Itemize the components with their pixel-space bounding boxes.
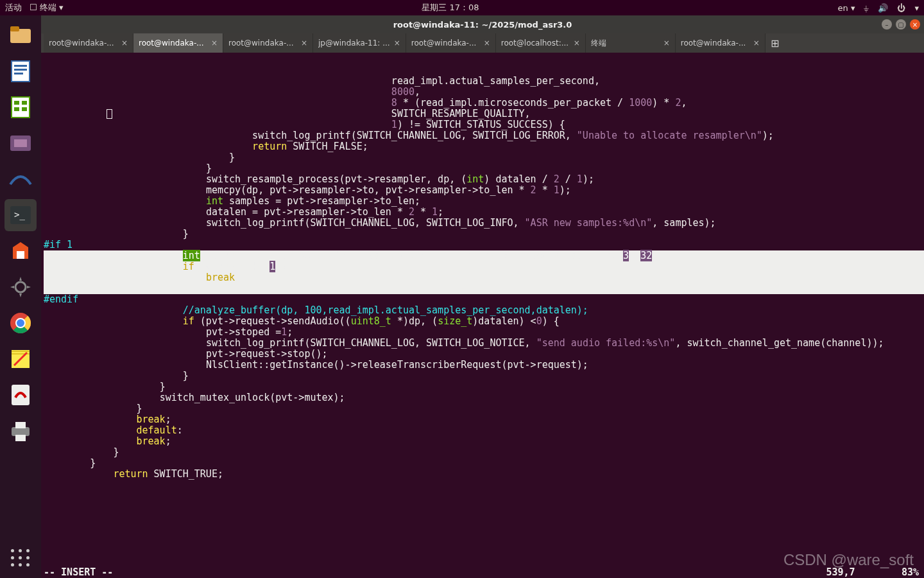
svg-rect-5 — [14, 69, 27, 71]
code-line: } — [44, 381, 924, 392]
svg-rect-9 — [14, 101, 19, 105]
text-cursor — [107, 109, 112, 119]
terminal-tab[interactable]: root@windaka-...× — [133, 33, 223, 53]
code-line: } — [44, 447, 924, 458]
code-line: 8000, — [44, 87, 924, 98]
code-line: 8 * (read_impl.microseconds_per_packet /… — [44, 98, 924, 109]
network-icon[interactable]: ⏚ — [864, 3, 869, 13]
window-maximize-button[interactable]: ▢ — [896, 19, 906, 30]
terminal-tab[interactable]: root@windaka-...× — [44, 33, 133, 53]
code-line: switch_log_printf(SWITCH_CHANNEL_LOG, SW… — [44, 218, 924, 229]
reader-app-icon[interactable] — [4, 379, 37, 411]
window-close-button[interactable]: × — [910, 19, 920, 30]
svg-rect-10 — [22, 101, 27, 105]
tab-close-icon[interactable]: × — [574, 39, 580, 48]
code-line: #if 1 — [44, 240, 924, 250]
code-line: memcpy(dp, pvt->resampler->to, pvt->resa… — [44, 185, 924, 196]
chrome-app-icon[interactable] — [4, 307, 37, 339]
wireshark-app-icon[interactable] — [4, 163, 37, 195]
files-app-icon[interactable] — [4, 19, 37, 51]
code-line: switch_log_printf(SWITCH_CHANNEL_LOG, SW… — [44, 130, 924, 141]
terminal-window: root@windaka-11: ~/2025/mod_asr3.0 – ▢ ×… — [41, 15, 924, 578]
tab-close-icon[interactable]: × — [663, 39, 670, 48]
software-app-icon[interactable] — [4, 235, 37, 267]
volume-icon[interactable]: 🔊 — [878, 3, 888, 13]
terminal-app-icon[interactable]: >_ — [4, 199, 37, 231]
svg-rect-2 — [12, 61, 30, 82]
screenshot-app-icon[interactable] — [4, 127, 37, 159]
code-line: int notAudio = vadProcess(dp, read_impl.… — [44, 250, 924, 261]
terminal-tab[interactable]: root@windaka-...× — [676, 33, 766, 53]
csdn-watermark: CSDN @ware_soft — [783, 554, 914, 565]
window-titlebar: root@windaka-11: ~/2025/mod_asr3.0 – ▢ × — [41, 15, 924, 33]
code-line: pvt->stoped =1; — [44, 327, 924, 338]
window-title: root@windaka-11: ~/2025/mod_asr3.0 — [41, 20, 924, 30]
tab-label: 终端 — [591, 38, 660, 49]
calc-app-icon[interactable] — [4, 91, 37, 123]
svg-rect-6 — [14, 73, 23, 74]
tab-close-icon[interactable]: × — [394, 39, 400, 48]
code-line: NlsClient::getInstance()->releaseTranscr… — [44, 360, 924, 371]
clock[interactable]: 星期三 17：08 — [63, 2, 837, 13]
tab-label: root@windaka-... — [411, 39, 480, 48]
tab-label: jp@windaka-11: ... — [318, 39, 390, 48]
code-line: } — [44, 229, 924, 240]
terminal-tab[interactable]: root@windaka-...× — [223, 33, 313, 53]
terminal-tab[interactable]: root@windaka-...× — [406, 33, 496, 53]
terminal-tab[interactable]: 终端× — [586, 33, 676, 53]
svg-rect-11 — [14, 107, 19, 111]
vim-status-line: -- INSERT -- 539,7 83% — [44, 567, 919, 578]
tab-close-icon[interactable]: × — [753, 39, 760, 48]
code-line: } — [44, 283, 924, 294]
activities-button[interactable]: 活动 — [5, 2, 22, 13]
tab-label: root@windaka-... — [49, 39, 117, 48]
ubuntu-dock: >_ — [0, 15, 41, 578]
code-line: pvt->request->stop(); — [44, 349, 924, 360]
code-line: break; — [44, 272, 924, 283]
code-line: int samples = pvt->resampler->to_len; — [44, 196, 924, 207]
code-line: default: — [44, 425, 924, 436]
svg-rect-14 — [14, 139, 27, 147]
tab-close-icon[interactable]: × — [121, 39, 128, 48]
svg-point-18 — [15, 282, 26, 292]
new-tab-button[interactable]: ⊞ — [766, 33, 785, 53]
input-lang-indicator[interactable]: en ▾ — [838, 3, 855, 13]
svg-rect-1 — [10, 26, 19, 31]
terminal-tab[interactable]: jp@windaka-11: ...× — [313, 33, 406, 53]
terminal-menu[interactable]: ☐ 终端 ▾ — [30, 2, 63, 13]
svg-rect-12 — [22, 107, 27, 111]
tab-label: root@windaka-... — [228, 39, 297, 48]
tab-label: root@localhost:... — [501, 39, 570, 48]
tab-close-icon[interactable]: × — [211, 39, 218, 48]
code-line: switch_log_printf(SWITCH_CHANNEL_LOG, SW… — [44, 338, 924, 349]
vim-editor-area[interactable]: read_impl.actual_samples_per_second, 800… — [41, 53, 924, 578]
show-applications-icon[interactable] — [11, 549, 30, 566]
svg-text:>_: >_ — [14, 209, 25, 220]
power-icon[interactable]: ⏻ — [897, 3, 905, 13]
dropdown-icon[interactable]: ▾ — [914, 3, 919, 13]
svg-rect-28 — [15, 435, 26, 441]
svg-rect-4 — [14, 65, 27, 67]
tab-close-icon[interactable]: × — [484, 39, 490, 48]
code-line: if (pvt->request->sendAudio((uint8_t *)d… — [44, 316, 924, 327]
code-line: //analyze_buffer(dp, 100,read_impl.actua… — [44, 305, 924, 316]
settings-app-icon[interactable] — [4, 271, 37, 303]
code-line: } — [44, 163, 924, 174]
code-line: } — [44, 403, 924, 414]
code-line: return SWITCH_FALSE; — [44, 141, 924, 152]
code-line: read_impl.actual_samples_per_second, — [44, 76, 924, 87]
window-minimize-button[interactable]: – — [882, 19, 892, 30]
printer-app-icon[interactable] — [4, 415, 37, 447]
writer-app-icon[interactable] — [4, 55, 37, 87]
svg-rect-26 — [12, 427, 30, 436]
terminal-tab[interactable]: root@localhost:...× — [496, 33, 586, 53]
svg-rect-25 — [12, 385, 30, 405]
code-line: } — [44, 371, 924, 381]
code-line: datalen = pvt->resampler->to_len * 2 * 1… — [44, 207, 924, 218]
scroll-percent: 83% — [902, 566, 919, 578]
tab-close-icon[interactable]: × — [301, 39, 307, 48]
tab-label: root@windaka-... — [139, 39, 207, 48]
code-line: return SWITCH_TRUE; — [44, 469, 924, 480]
notes-app-icon[interactable] — [4, 343, 37, 375]
code-line: switch_mutex_unlock(pvt->mutex); — [44, 392, 924, 403]
